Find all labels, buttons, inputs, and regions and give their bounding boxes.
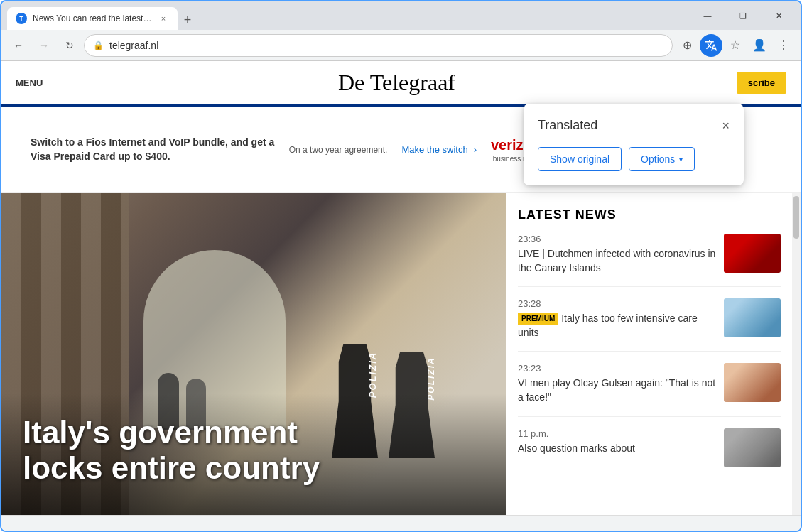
options-button[interactable]: Options ▾ (629, 147, 695, 171)
ad-agreement: On a two year agreement. (289, 145, 388, 155)
site-navigation: MENU De Telegraaf scribe (1, 61, 801, 107)
news-thumb-1 (724, 234, 781, 273)
news-thumb-2 (724, 298, 781, 337)
site-logo: De Telegraaf (57, 70, 736, 96)
news-text-1: 23:36 LIVE | Dutchmen infected with coro… (518, 234, 717, 275)
page-area: MENU De Telegraaf scribe Switch to a Fio… (1, 61, 801, 515)
news-item-1[interactable]: 23:36 LIVE | Dutchmen infected with coro… (518, 234, 781, 287)
maximize-button[interactable]: ❑ (727, 5, 759, 26)
ad-text: Switch to a Fios Internet and VoIP bundl… (31, 136, 275, 163)
news-item-2[interactable]: 23:28 PREMIUMItaly has too few intensive… (518, 298, 781, 352)
bottom-bar (1, 515, 801, 531)
subscribe-button[interactable]: scribe (737, 72, 786, 94)
scrollbar-thumb[interactable] (793, 196, 799, 239)
favicon-letter: T (19, 15, 23, 22)
news-thumb-3 (724, 363, 781, 402)
refresh-button[interactable]: ↻ (58, 34, 81, 57)
scrollbar[interactable] (792, 193, 801, 515)
popup-buttons: Show original Options ▾ (538, 147, 730, 171)
browser-menu-button[interactable]: ⋮ (772, 34, 795, 57)
news-thumb-4 (724, 428, 781, 467)
tab-close-button[interactable]: × (158, 13, 169, 24)
window-controls: — ❑ ✕ (691, 5, 795, 26)
news-headline-3: VI men play Olcay Gulsen again: "That is… (518, 376, 717, 404)
sidebar-title: LATEST NEWS (518, 207, 781, 222)
popup-title: Translated (538, 118, 597, 133)
tab-favicon: T (16, 13, 27, 24)
back-button[interactable]: ← (7, 34, 30, 57)
navigation-bar: ← → ↻ 🔒 telegraaf.nl ⊕ ☆ 👤 ⋮ (1, 30, 801, 61)
account-icon: 👤 (752, 38, 766, 52)
browser-window: T News You can read the latest ne × + — … (0, 0, 802, 532)
translate-button[interactable] (700, 34, 722, 57)
options-label: Options (641, 153, 675, 165)
add-to-tab-button[interactable]: ⊕ (676, 34, 698, 57)
address-text: telegraaf.nl (109, 40, 663, 51)
bookmark-button[interactable]: ☆ (724, 34, 747, 57)
star-icon: ☆ (730, 38, 740, 52)
news-headline-4: Also question marks about (518, 442, 717, 456)
title-bar: T News You can read the latest ne × + — … (1, 1, 801, 30)
hero-section: POLIZIA POLIZIA Italy's government locks… (1, 193, 506, 515)
ad-headline: Switch to a Fios Internet and VoIP bundl… (31, 136, 275, 163)
news-item-3[interactable]: 23:23 VI men play Olcay Gulsen again: "T… (518, 363, 781, 416)
news-text-2: 23:28 PREMIUMItaly has too few intensive… (518, 298, 717, 340)
nav-actions: ⊕ ☆ 👤 ⋮ (676, 34, 795, 57)
security-icon: 🔒 (93, 40, 104, 50)
news-time-1: 23:36 (518, 234, 717, 244)
popup-header: Translated × (538, 118, 730, 133)
translate-icon (705, 39, 717, 52)
tab-area: T News You can read the latest ne × + (7, 1, 688, 30)
polizia-label-1: POLIZIA (367, 352, 378, 398)
hero-overlay: Italy's government locks entire country (1, 393, 506, 515)
news-headline-2: PREMIUMItaly has too few intensive care … (518, 312, 717, 340)
ad-cta[interactable]: Make the switch › (401, 144, 477, 155)
new-tab-button[interactable]: + (178, 10, 197, 30)
news-item-4[interactable]: 11 p.m. Also question marks about (518, 428, 781, 479)
premium-badge: PREMIUM (518, 313, 558, 325)
minimize-button[interactable]: — (691, 5, 724, 26)
news-time-3: 23:23 (518, 363, 717, 374)
lower-content: POLIZIA POLIZIA Italy's government locks… (1, 193, 801, 515)
sidebar: LATEST NEWS 23:36 LIVE | Dutchmen infect… (506, 193, 792, 515)
forward-button[interactable]: → (33, 34, 55, 57)
popup-close-button[interactable]: × (722, 119, 730, 132)
tab-title: News You can read the latest ne (33, 13, 152, 23)
hero-title: Italy's government locks entire country (23, 415, 484, 487)
close-button[interactable]: ✕ (762, 5, 795, 26)
news-headline-1: LIVE | Dutchmen infected with coronaviru… (518, 247, 717, 275)
active-tab[interactable]: T News You can read the latest ne × (7, 7, 178, 30)
news-time-4: 11 p.m. (518, 428, 717, 439)
dropdown-arrow-icon: ▾ (679, 156, 683, 163)
translation-popup: Translated × Show original Options ▾ (524, 104, 744, 185)
news-time-2: 23:28 (518, 298, 717, 309)
menu-button[interactable]: MENU (16, 77, 43, 88)
news-text-3: 23:23 VI men play Olcay Gulsen again: "T… (518, 363, 717, 404)
address-bar[interactable]: 🔒 telegraaf.nl (84, 34, 673, 57)
ad-cta-text: Make the switch (401, 144, 467, 155)
account-button[interactable]: 👤 (748, 34, 771, 57)
news-text-4: 11 p.m. Also question marks about (518, 428, 717, 467)
menu-dots-icon: ⋮ (778, 38, 789, 52)
ad-cta-arrow: › (474, 144, 477, 155)
show-original-button[interactable]: Show original (538, 147, 622, 171)
